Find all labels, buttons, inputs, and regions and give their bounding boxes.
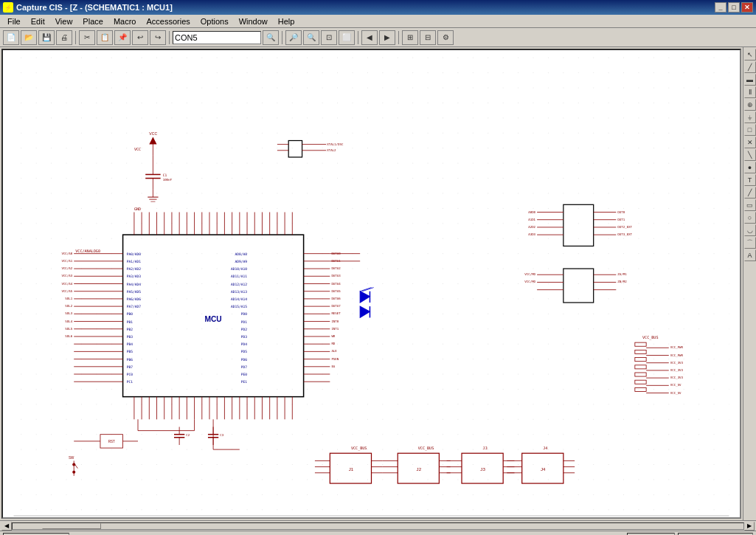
- minimize-button[interactable]: _: [715, 2, 726, 13]
- search-input[interactable]: [173, 31, 261, 44]
- svg-text:MCU: MCU: [204, 315, 221, 323]
- svg-text:SOL5: SOL5: [65, 327, 72, 331]
- undo-button[interactable]: ↩: [132, 30, 148, 45]
- svg-text:PB6: PB6: [127, 358, 133, 362]
- svg-text:DATA5: DATA5: [331, 289, 341, 293]
- redo-button[interactable]: ↪: [150, 30, 166, 45]
- menu-edit[interactable]: Edit: [27, 16, 49, 27]
- tool-rect[interactable]: ▭: [744, 199, 756, 211]
- scroll-track-h: [12, 522, 744, 530]
- tool-noconnect[interactable]: ✕: [744, 137, 756, 148]
- toolbar: 📄 📂 💾 🖨 ✂ 📋 📌 ↩ ↪ 🔍 🔎 🔍 ⊡ ⬜ ◀ ▶ ⊞ ⊟ ⚙: [0, 28, 756, 47]
- svg-text:PB7: PB7: [127, 365, 133, 369]
- maximize-button[interactable]: □: [728, 2, 740, 13]
- tool-component[interactable]: □: [744, 124, 756, 136]
- schematic-canvas[interactable]: PA0/AD0 PA1/AD1 PA2/AD2 PA3/AD3 PA4/AD4 …: [1, 49, 741, 519]
- svg-text:PSEN: PSEN: [331, 357, 339, 361]
- tool-text[interactable]: T: [744, 174, 756, 186]
- tool-wire[interactable]: ╱: [744, 61, 756, 73]
- sep3: [282, 31, 282, 44]
- menu-help[interactable]: Help: [274, 16, 299, 27]
- paste-button[interactable]: 📌: [114, 30, 131, 45]
- svg-text:VCC_BUS: VCC_BUS: [351, 446, 367, 451]
- svg-text:DATA7: DATA7: [331, 304, 341, 308]
- tool-bus-entry[interactable]: ╲: [744, 149, 756, 161]
- close-button[interactable]: ✕: [741, 2, 753, 13]
- svg-text:VCC/A0: VCC/A0: [61, 252, 72, 255]
- menu-accessories[interactable]: Accessories: [142, 16, 194, 27]
- svg-text:AD14/A14: AD14/A14: [231, 297, 247, 301]
- tool-text2[interactable]: A: [744, 249, 756, 261]
- right-toolbar: ↖ ╱ ▬ Ⅱ ⊕ ⏚ □ ✕ ╲ ● T ╱ ▭ ○ ◡ ⌒ A: [743, 47, 756, 520]
- menu-options[interactable]: Options: [196, 16, 233, 27]
- menu-file[interactable]: File: [3, 16, 25, 27]
- svg-text:PA2/AD2: PA2/AD2: [127, 267, 142, 271]
- svg-text:INT0: INT0: [331, 320, 339, 323]
- svg-text:VCC_PWR: VCC_PWR: [670, 353, 684, 357]
- search-button[interactable]: 🔍: [263, 30, 279, 45]
- svg-text:EA: EA: [331, 365, 335, 368]
- svg-text:OUT0: OUT0: [617, 210, 625, 214]
- menu-view[interactable]: View: [51, 16, 77, 27]
- title-bar: ⚡ Capture CIS - [Z - (SCHEMATIC1 : MCU1]…: [0, 0, 756, 15]
- svg-text:PD5: PD5: [241, 350, 248, 353]
- tool-power[interactable]: ⊕: [744, 99, 756, 111]
- tool-junction[interactable]: ●: [744, 162, 756, 173]
- svg-text:VCC/A3: VCC/A3: [61, 274, 72, 277]
- zoom-out-button[interactable]: 🔍: [303, 30, 319, 45]
- zoom-fit-button[interactable]: ⊡: [321, 30, 337, 45]
- cut-button[interactable]: ✂: [79, 30, 95, 45]
- svg-text:ZA/M1: ZA/M1: [617, 272, 627, 276]
- open-button[interactable]: 📂: [21, 30, 37, 45]
- status-scale: Scale: 75%: [627, 533, 676, 536]
- menu-place[interactable]: Place: [78, 16, 108, 27]
- svg-text:PB0: PB0: [127, 312, 133, 316]
- schematic-svg: PA0/AD0 PA1/AD1 PA2/AD2 PA3/AD3 PA4/AD4 …: [3, 50, 740, 517]
- svg-text:PD4: PD4: [241, 342, 248, 346]
- forward-button[interactable]: ▶: [379, 30, 395, 45]
- tool-bus[interactable]: ▬: [744, 74, 756, 86]
- sep1: [75, 31, 76, 44]
- menu-window[interactable]: Window: [235, 16, 272, 27]
- svg-text:OUT2_EXT: OUT2_EXT: [617, 225, 632, 229]
- svg-text:SOL1: SOL1: [65, 297, 72, 300]
- svg-text:C1: C1: [163, 173, 167, 177]
- tool-circle[interactable]: ○: [744, 212, 756, 224]
- svg-text:J4: J4: [543, 446, 547, 450]
- svg-text:PB5: PB5: [127, 350, 133, 353]
- svg-text:C2: C2: [186, 433, 190, 437]
- tool-select[interactable]: ↖: [744, 49, 756, 61]
- tool-polyline[interactable]: ⌒: [744, 237, 756, 249]
- svg-text:VCC_5V: VCC_5V: [670, 383, 682, 387]
- scroll-right-button[interactable]: ▶: [744, 522, 755, 531]
- svg-text:VCC_3V3: VCC_3V3: [670, 361, 684, 365]
- svg-text:VCC: VCC: [134, 147, 141, 151]
- save-button[interactable]: 💾: [38, 30, 55, 45]
- svg-text:AD10/A10: AD10/A10: [231, 267, 247, 271]
- new-button[interactable]: 📄: [3, 30, 19, 45]
- scroll-thumb-h[interactable]: [42, 523, 101, 529]
- svg-text:J3: J3: [480, 466, 485, 472]
- zoom-area-button[interactable]: ⬜: [339, 30, 355, 45]
- grid-button[interactable]: ⊟: [420, 30, 436, 45]
- copy-button[interactable]: 📋: [97, 30, 113, 45]
- property-button[interactable]: ⚙: [437, 30, 454, 45]
- svg-text:SOL2: SOL2: [65, 304, 72, 308]
- tool-arc[interactable]: ◡: [744, 224, 756, 236]
- scroll-left-button[interactable]: ◀: [1, 522, 12, 531]
- window-controls[interactable]: _ □ ✕: [715, 2, 753, 13]
- svg-text:PD2: PD2: [241, 328, 248, 331]
- tool-ground[interactable]: ⏚: [744, 111, 756, 123]
- scrollbar-horizontal[interactable]: ◀ ▶: [0, 520, 756, 531]
- snap-button[interactable]: ⊞: [402, 30, 418, 45]
- zoom-in-button[interactable]: 🔎: [285, 30, 302, 45]
- svg-text:PA7/AD7: PA7/AD7: [127, 305, 142, 308]
- tool-net[interactable]: Ⅱ: [744, 86, 756, 98]
- svg-text:RST: RST: [108, 440, 115, 443]
- menu-macro[interactable]: Macro: [109, 16, 141, 27]
- back-button[interactable]: ◀: [361, 30, 378, 45]
- print-button[interactable]: 🖨: [56, 30, 72, 45]
- sep5: [398, 31, 399, 44]
- tool-line[interactable]: ╱: [744, 187, 756, 199]
- svg-text:VCC/MO: VCC/MO: [524, 280, 535, 283]
